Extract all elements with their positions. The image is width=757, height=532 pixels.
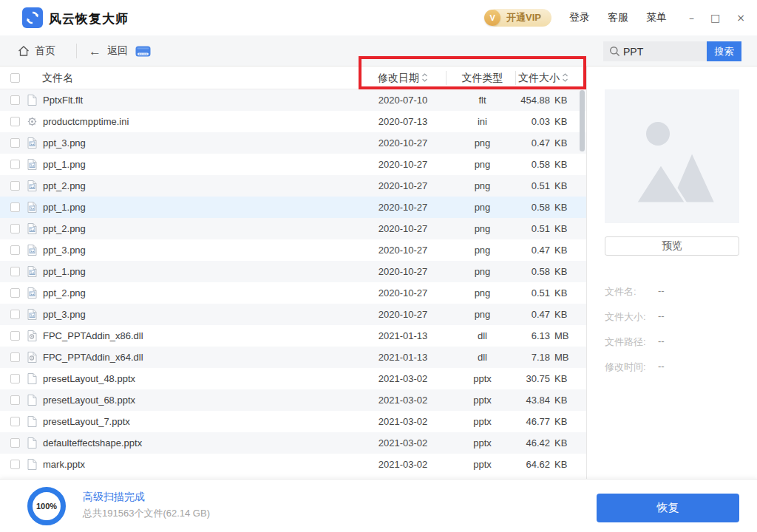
row-checkbox[interactable] (10, 460, 20, 471)
table-row[interactable]: ppt_3.png2020-10-27png0.47KB (0, 304, 587, 325)
header-separator (446, 71, 447, 85)
row-checkbox[interactable] (10, 395, 20, 407)
nav-divider (76, 44, 77, 58)
recover-button[interactable]: 恢复 (597, 494, 739, 522)
file-type: png (451, 202, 514, 213)
table-row[interactable]: ppt_1.png2020-10-27png0.58KB (0, 261, 587, 282)
column-header-type[interactable]: 文件类型 (451, 72, 514, 85)
file-size: 46.77KB (510, 416, 574, 427)
column-header-date[interactable]: 修改日期 (355, 72, 451, 85)
row-checkbox[interactable] (10, 288, 20, 300)
table-row[interactable]: ppt_3.png2020-10-27png0.47KB (0, 239, 587, 261)
close-button[interactable]: × (736, 13, 745, 23)
vip-button[interactable]: V 开通VIP (487, 9, 551, 27)
minimize-button[interactable]: – (689, 13, 694, 23)
select-all-checkbox[interactable] (10, 73, 20, 85)
row-checkbox[interactable] (10, 438, 20, 450)
file-image-icon (27, 158, 38, 171)
table-row[interactable]: ppt_1.png2020-10-27png0.58KB (0, 154, 587, 175)
file-size: 30.75KB (510, 373, 574, 384)
table-row[interactable]: FPC_PPTAddin_x86.dll2021-01-13dll6.13MB (0, 325, 587, 347)
file-name: ppt_3.png (43, 309, 86, 320)
table-row[interactable]: presetLayout_7.pptx2021-03-02pptx46.77KB (0, 411, 587, 432)
file-name: ppt_3.png (43, 137, 86, 149)
table-row[interactable]: presetLayout_48.pptx2021-03-02pptx30.75K… (0, 368, 587, 389)
file-details: 文件名:--文件大小:--文件路径:--修改时间:-- (605, 285, 745, 386)
table-row[interactable]: defaulteffectshape.pptx2021-03-02pptx46.… (0, 432, 587, 454)
table-row[interactable]: PptxFlt.flt2020-07-10flt454.88KB (0, 89, 587, 111)
menu-link[interactable]: 菜单 (646, 11, 667, 24)
nav-bar: 首页 ← 返回 搜索 (0, 35, 757, 66)
file-image-icon (27, 244, 38, 256)
file-date: 2021-03-02 (355, 416, 451, 427)
home-label: 首页 (35, 44, 55, 58)
login-link[interactable]: 登录 (569, 11, 590, 24)
maximize-button[interactable]: □ (710, 13, 720, 23)
search-input[interactable] (620, 46, 707, 58)
table-row[interactable]: FPC_PPTAddin_x64.dll2021-01-13dll7.18MB (0, 347, 587, 368)
scrollbar-thumb[interactable] (580, 90, 585, 151)
file-name: productcmpptime.ini (43, 116, 129, 127)
row-checkbox[interactable] (10, 224, 20, 236)
file-type: png (451, 309, 514, 320)
table-row[interactable]: mark.pptx2021-03-02pptx64.62KB (0, 454, 587, 475)
disk-drive-icon[interactable] (135, 46, 151, 60)
file-type: png (451, 245, 514, 256)
column-header-size[interactable]: 文件大小 (510, 72, 577, 85)
file-image-icon (27, 287, 38, 299)
search-button[interactable]: 搜索 (707, 41, 741, 61)
app-logo-icon (22, 7, 43, 28)
scan-percent: 100% (36, 502, 57, 511)
detail-field: 文件名:-- (605, 285, 745, 299)
row-checkbox[interactable] (10, 95, 20, 107)
detail-label: 文件名: (605, 285, 658, 299)
row-checkbox[interactable] (10, 310, 20, 321)
column-header-name[interactable]: 文件名 (42, 72, 73, 85)
vip-label: 开通VIP (506, 11, 541, 24)
preview-panel: 预览 文件名:--文件大小:--文件路径:--修改时间:-- (587, 66, 757, 479)
file-date: 2020-10-27 (355, 266, 451, 277)
table-row[interactable]: presetLayout_68.pptx2021-03-02pptx43.84K… (0, 389, 587, 411)
row-checkbox[interactable] (10, 117, 20, 129)
table-row[interactable]: productcmpptime.ini2020-07-13ini0.03KB (0, 111, 587, 132)
file-type: dll (451, 352, 514, 363)
file-document-icon (27, 437, 38, 449)
table-row[interactable]: ppt_2.png2020-10-27png0.51KB (0, 218, 587, 239)
support-link[interactable]: 客服 (608, 11, 628, 24)
file-size: 0.51KB (510, 223, 574, 234)
table-row[interactable]: ppt_2.png2020-10-27png0.51KB (0, 282, 587, 304)
file-type: pptx (451, 373, 514, 384)
row-checkbox[interactable] (10, 267, 20, 279)
table-row[interactable]: ppt_1.png2020-10-27png0.58KB (0, 197, 587, 218)
file-date: 2020-10-27 (355, 137, 451, 149)
file-dll-icon (27, 351, 38, 364)
table-row[interactable]: ppt_3.png2020-10-27png0.47KB (0, 132, 587, 154)
row-checkbox[interactable] (10, 374, 20, 386)
file-type: dll (451, 330, 514, 341)
file-type: pptx (451, 437, 514, 449)
file-date: 2020-10-27 (355, 223, 451, 234)
preview-button[interactable]: 预览 (605, 236, 739, 256)
row-checkbox[interactable] (10, 352, 20, 364)
home-button[interactable]: 首页 (18, 35, 55, 66)
scan-progress-ring: 100% (27, 487, 66, 525)
detail-value: -- (658, 361, 665, 374)
file-name: ppt_2.png (43, 180, 86, 191)
file-document-icon (27, 458, 38, 471)
row-checkbox[interactable] (10, 245, 20, 257)
back-button[interactable]: ← 返回 (89, 35, 128, 66)
row-checkbox[interactable] (10, 202, 20, 214)
file-settings-icon (27, 115, 38, 128)
row-checkbox[interactable] (10, 181, 20, 193)
file-date: 2020-10-27 (355, 287, 451, 299)
row-checkbox[interactable] (10, 417, 20, 429)
file-name: defaulteffectshape.pptx (43, 437, 142, 449)
file-date: 2021-03-02 (355, 437, 451, 449)
file-document-icon (27, 394, 38, 406)
file-name: ppt_3.png (43, 245, 86, 256)
row-checkbox[interactable] (10, 331, 20, 343)
table-row[interactable]: ppt_2.png2020-10-27png0.51KB (0, 175, 587, 197)
row-checkbox[interactable] (10, 160, 20, 171)
row-checkbox[interactable] (10, 138, 20, 150)
detail-label: 文件路径: (605, 335, 658, 349)
